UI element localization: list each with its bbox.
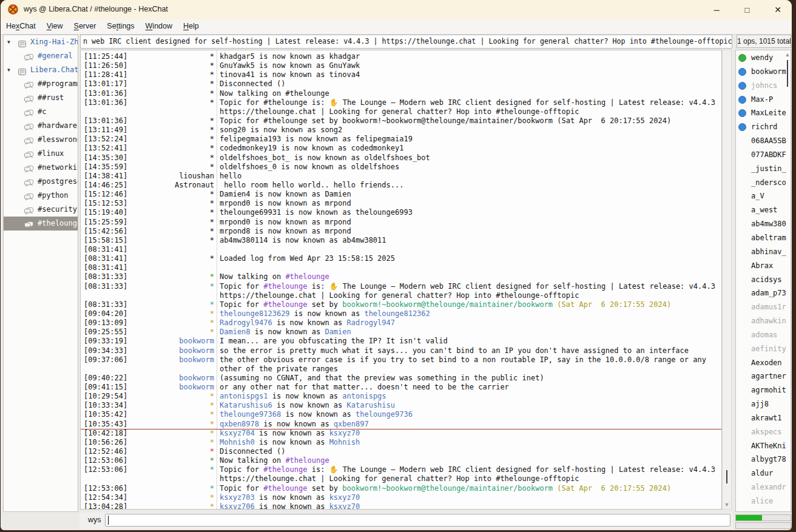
sidebar-item-libera.chat[interactable]: ▼Libera.Chat (4, 63, 78, 77)
user-list-item[interactable]: ab4mw380 (736, 217, 791, 231)
user-list-item[interactable]: abeltram (736, 231, 791, 245)
user-list-item[interactable]: aefinity (736, 342, 791, 356)
user-list-item[interactable]: bookworm (736, 65, 791, 79)
chat-log[interactable]: [11:25:44]*khadgar5 is now known as khad… (80, 50, 722, 510)
message-text: other of the private ranges (220, 365, 720, 374)
message-text: ksxyz703 is now known as ksxyz70 (220, 493, 720, 502)
nick: lioushan (128, 172, 214, 181)
user-list-item[interactable]: Aexoden (736, 356, 791, 370)
user-list-item[interactable]: AKTheKni (736, 439, 791, 453)
user-list-item[interactable]: 068AA5SB (736, 134, 791, 148)
userlist-scrollbar[interactable]: ▲ (784, 50, 791, 511)
scroll-up-icon[interactable]: ▲ (784, 52, 791, 58)
user-list-item[interactable]: MaxLeite (736, 106, 791, 120)
user-list-item[interactable]: acidsys (736, 273, 791, 287)
chat-line: [12:54:34]*ksxyz703 is now known as ksxy… (81, 493, 721, 502)
chat-line: [11:28:41]*tinova41 is now known as tino… (81, 70, 721, 79)
message-text: Mohnish0 is now known as Mohnish (220, 438, 720, 447)
message-text: so the error is pretty much what it says… (220, 346, 720, 355)
menu-item-view[interactable]: View (41, 19, 69, 30)
user-list-item[interactable]: aldur (736, 466, 791, 480)
timestamp: [08:31:41] (84, 263, 127, 272)
nick: * (128, 465, 214, 474)
chat-line: [13:01:36]*Topic for #thelounge is: ✋ Th… (81, 98, 721, 107)
expander-icon[interactable]: ▼ (7, 35, 10, 49)
user-list-item[interactable]: agrmohit (736, 383, 791, 397)
user-list-item[interactable]: alexandr (736, 480, 791, 494)
user-list-item[interactable]: wendy (736, 51, 791, 65)
sidebar-item-general[interactable]: #general (4, 49, 78, 63)
user-nick: bookworm (751, 65, 786, 79)
user-list-item[interactable]: 077ABDKF (736, 148, 791, 162)
user-nick: wendy (751, 51, 773, 65)
sidebar-item-c[interactable]: #c (4, 105, 78, 119)
sidebar-item-linux[interactable]: #linux (4, 147, 78, 161)
user-list-item[interactable]: richrd (736, 120, 791, 134)
maximize-button[interactable]: □ (734, 1, 761, 20)
sidebar-item-postgresql[interactable]: #postgresql (4, 175, 78, 189)
user-list-item[interactable]: alice (736, 494, 791, 508)
user-list[interactable]: wendybookwormjohncsMax-PMaxLeiterichrd06… (735, 50, 791, 512)
chat-bubbles-icon (24, 94, 33, 105)
throttle-meter (735, 522, 791, 529)
user-list-item[interactable]: abhinav_ (736, 245, 791, 259)
user-list-item[interactable]: ajj8 (736, 397, 791, 411)
timestamp: [15:42:56] (84, 227, 127, 236)
server-tree[interactable]: ▼Xing-Hai-Zhai#general▼Libera.Chat##prog… (3, 35, 78, 512)
user-list-item[interactable]: _ndersco (736, 176, 791, 190)
nick: * (128, 208, 214, 217)
nick: * (128, 98, 214, 107)
scroll-down-icon[interactable]: ▼ (723, 502, 731, 508)
own-nick-label: wys (88, 516, 101, 524)
message-input[interactable] (105, 514, 730, 527)
sidebar-item-thelounge[interactable]: #thelounge (4, 217, 78, 231)
sidebar-item-programming[interactable]: ##programming (4, 77, 78, 91)
message-text: khadgar5 is now known as khadgar (220, 52, 720, 61)
menu-item-window[interactable]: Window (140, 19, 178, 30)
chat-line: [10:42:18]*ksxyz704 is now known as ksxy… (81, 429, 721, 438)
chat-line: other of the private ranges (81, 365, 721, 374)
user-list-item[interactable]: a_V (736, 189, 791, 203)
user-list-item[interactable]: Abrax (736, 259, 791, 273)
timestamp: [11:25:44] (84, 52, 127, 61)
topic-input[interactable]: n web IRC client designed for self-hosti… (80, 35, 732, 49)
menu-item-settings[interactable]: Settings (101, 19, 140, 30)
user-list-item[interactable]: johncs (736, 79, 791, 93)
user-list-item[interactable]: albygt78 (736, 453, 791, 466)
chat-scrollbar[interactable]: ▼ (722, 50, 732, 510)
nick: * (128, 392, 214, 401)
sidebar-item-hardware[interactable]: #hardware (4, 119, 78, 133)
user-list-item[interactable]: a_west (736, 203, 791, 217)
expander-icon[interactable]: ▼ (7, 63, 10, 77)
user-list-item[interactable]: akrawt1 (736, 411, 791, 425)
sidebar-item-label: #lesswrong (38, 133, 78, 147)
sidebar-item-networking[interactable]: #networking (4, 161, 78, 175)
titlebar[interactable]: wys @ Libera.Chat / #thelounge - HexChat… (1, 0, 792, 19)
sidebar-item-lesswrong[interactable]: #lesswrong (4, 133, 78, 147)
sidebar-item-python[interactable]: #python (4, 189, 78, 203)
userlist-scrollbar-thumb[interactable] (787, 60, 788, 87)
chat-line: [08:31:41] (81, 263, 721, 272)
chat-scrollbar-thumb[interactable] (726, 470, 727, 483)
nick: * (128, 126, 214, 135)
close-button[interactable]: ✕ (764, 0, 792, 19)
user-list-item[interactable]: agartner (736, 369, 791, 383)
user-list-item[interactable]: adam_p73 (736, 286, 791, 300)
timestamp: [12:53:06] (84, 456, 127, 465)
user-nick: adhawkin (751, 314, 786, 328)
user-list-item[interactable]: adamus1r (736, 300, 791, 314)
message-text: Topic for #thelounge set by bookworm!~bo… (220, 300, 720, 309)
user-nick: Abrax (751, 259, 773, 273)
menu-item-server[interactable]: Server (69, 19, 102, 30)
user-list-item[interactable]: adhawkin (736, 314, 791, 328)
user-list-item[interactable]: _justin_ (736, 162, 791, 176)
sidebar-item-xing-hai-zhai[interactable]: ▼Xing-Hai-Zhai (4, 35, 78, 49)
user-list-item[interactable]: Max-P (736, 93, 791, 107)
user-list-item[interactable]: adomas (736, 328, 791, 342)
sidebar-item-rust[interactable]: ##rust (4, 91, 78, 105)
menu-item-help[interactable]: Help (178, 19, 204, 30)
user-list-item[interactable]: akspecs (736, 425, 791, 439)
minimize-button[interactable]: ─ (703, 1, 730, 20)
menu-item-hexchat[interactable]: HexChat (1, 19, 41, 30)
sidebar-item-security[interactable]: #security (4, 203, 78, 217)
